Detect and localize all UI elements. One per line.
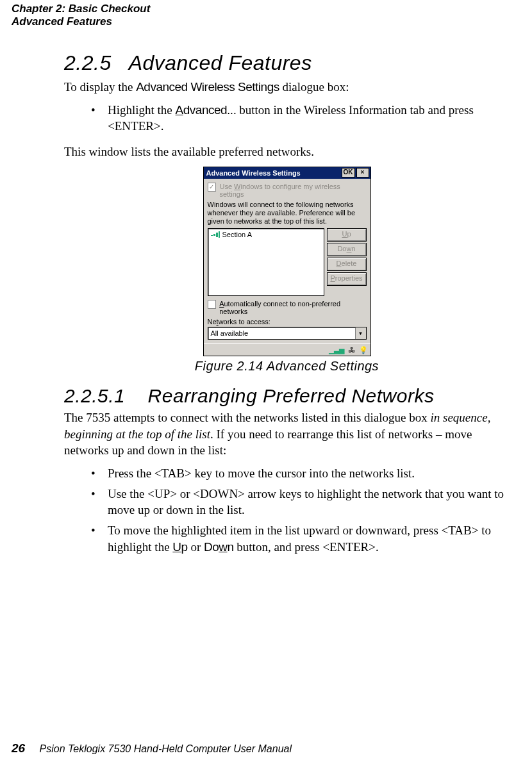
status-bar: ▁▃▅ 🖧 💡 xyxy=(204,343,370,356)
down-ref: Down xyxy=(204,540,234,554)
bullet-item: Press the <TAB> key to move the cursor i… xyxy=(91,465,510,482)
header-line-2: Advanced Features xyxy=(12,15,150,28)
combo-value: All available xyxy=(208,329,355,337)
button-ref: Advanced... xyxy=(176,103,237,117)
page-number: 26 xyxy=(12,741,25,755)
checkbox-label: Automatically connect to non-preferred n… xyxy=(219,300,366,315)
properties-button[interactable]: Properties xyxy=(327,272,367,286)
checkbox-auto-connect[interactable] xyxy=(208,300,217,309)
screenshot-advanced-wireless: Advanced Wireless Settings OK × ✓ Use Wi… xyxy=(203,167,371,357)
subsection-title: Rearranging Preferred Networks xyxy=(148,385,435,406)
bullet-item: Highlight the Advanced... button in the … xyxy=(91,102,510,135)
down-button[interactable]: Down xyxy=(327,243,367,256)
running-header: Chapter 2: Basic Checkout Advanced Featu… xyxy=(12,3,150,29)
network-icon: 🖧 xyxy=(348,346,355,354)
subsection-number: 2.2.5.1 xyxy=(64,385,125,406)
networks-access-combo[interactable]: All available ▼ xyxy=(208,327,367,340)
paragraph: The 7535 attempts to connect with the ne… xyxy=(64,409,510,459)
section-heading: 2.2.5 Advanced Features xyxy=(64,51,510,75)
signal-icon xyxy=(211,231,220,238)
combo-label: Networks to access: xyxy=(208,318,367,326)
checkbox-label: Use Windows to configure my wireless set… xyxy=(219,183,366,198)
header-line-1: Chapter 2: Basic Checkout xyxy=(12,3,150,15)
window-titlebar: Advanced Wireless Settings OK × xyxy=(204,167,370,179)
page-content: 2.2.5 Advanced Features To display the A… xyxy=(64,51,510,564)
figure-caption: Figure 2.14 Advanced Settings xyxy=(64,359,510,374)
delete-button[interactable]: Delete xyxy=(327,258,367,271)
up-ref: Up xyxy=(172,540,187,554)
subsection-heading: 2.2.5.1 Rearranging Preferred Networks xyxy=(64,385,510,407)
up-button[interactable]: Up xyxy=(327,228,367,242)
bullet-item: Use the <UP> or <DOWN> arrow keys to hig… xyxy=(91,486,510,518)
info-text: Windows will connect to the following ne… xyxy=(208,201,367,226)
checkbox-use-windows[interactable]: ✓ xyxy=(208,183,217,192)
dialog-body: ✓ Use Windows to configure my wireless s… xyxy=(204,179,370,344)
steps-list: Press the <TAB> key to move the cursor i… xyxy=(64,465,510,555)
checkbox-row: ✓ Use Windows to configure my wireless s… xyxy=(208,183,367,198)
section-number: 2.2.5 xyxy=(64,51,112,74)
intro-bullets: Highlight the Advanced... button in the … xyxy=(64,102,510,135)
signal-icon: ▁▃▅ xyxy=(329,346,344,354)
close-button[interactable]: × xyxy=(356,168,369,177)
chevron-down-icon[interactable]: ▼ xyxy=(355,327,366,339)
intro-paragraph: To display the Advanced Wireless Setting… xyxy=(64,79,510,95)
footer-text: Psion Teklogix 7530 Hand-Held Computer U… xyxy=(40,743,292,754)
list-item[interactable]: Section A xyxy=(210,230,322,239)
networks-listbox[interactable]: Section A xyxy=(208,228,324,296)
ok-button[interactable]: OK xyxy=(342,168,355,177)
page-footer: 26 Psion Teklogix 7530 Hand-Held Compute… xyxy=(12,741,292,755)
bulb-icon: 💡 xyxy=(359,346,368,354)
section-title: Advanced Features xyxy=(129,51,312,74)
window-title: Advanced Wireless Settings xyxy=(206,169,340,177)
dialog-name: Advanced Wireless Settings xyxy=(136,80,279,94)
list-item-label: Section A xyxy=(222,231,252,238)
paragraph: This window lists the available preferre… xyxy=(64,144,510,160)
bullet-item: To move the highlighted item in the list… xyxy=(91,522,510,555)
